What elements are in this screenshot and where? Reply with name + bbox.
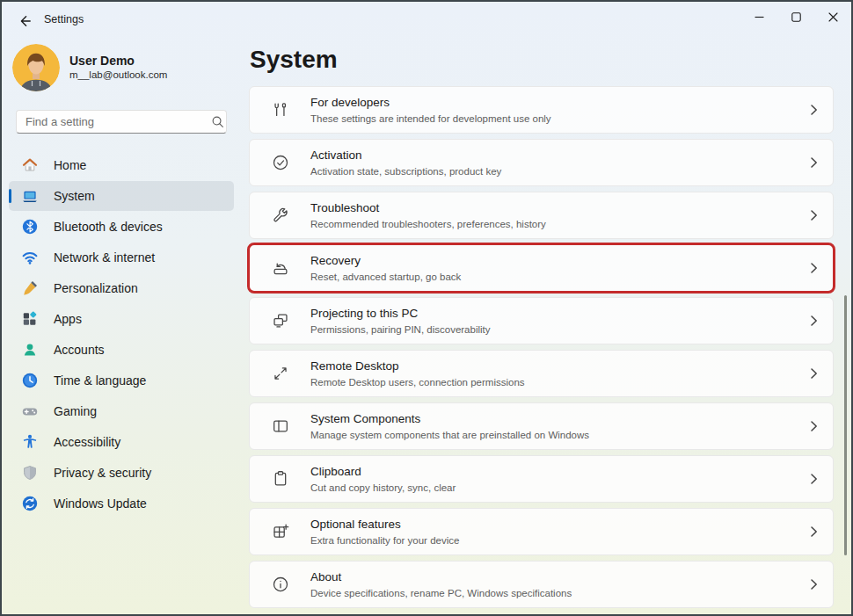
- maximize-icon: [787, 8, 805, 25]
- accounts-icon: [21, 341, 39, 359]
- search-box: [16, 110, 227, 134]
- settings-card-recovery[interactable]: Recovery Reset, advanced startup, go bac…: [249, 244, 834, 292]
- card-title: Projecting to this PC: [310, 307, 794, 321]
- search-icon: [208, 113, 226, 131]
- sidebar-item-system[interactable]: System: [9, 181, 234, 211]
- sidebar-item-label: Personalization: [54, 281, 138, 295]
- chevron-right-icon: [794, 470, 833, 488]
- sidebar-item-label: Privacy & security: [54, 466, 151, 480]
- user-profile[interactable]: User Demo m__lab@outlook.com: [2, 39, 241, 91]
- chevron-right-icon: [794, 576, 833, 593]
- minimize-icon: [750, 8, 768, 25]
- sidebar-item-label: Accessibility: [54, 435, 120, 449]
- sidebar-item-label: Accounts: [54, 343, 105, 357]
- scrollbar-thumb[interactable]: [844, 295, 847, 555]
- chevron-right-icon: [794, 312, 833, 330]
- user-email: m__lab@outlook.com: [69, 69, 167, 82]
- card-subtitle: Reset, advanced startup, go back: [310, 271, 794, 283]
- card-title: Activation: [310, 149, 794, 163]
- user-avatar: [12, 44, 60, 91]
- card-title: For developers: [310, 96, 794, 110]
- card-title: Optional features: [310, 518, 794, 532]
- sidebar-item-label: Network & internet: [54, 250, 155, 265]
- sidebar-nav: HomeSystemBluetooth & devicesNetwork & i…: [2, 150, 241, 518]
- card-title: Recovery: [310, 254, 794, 268]
- chevron-right-icon: [794, 207, 833, 224]
- card-subtitle: Activation state, subscriptions, product…: [310, 165, 794, 178]
- chevron-right-icon: [794, 365, 833, 382]
- settings-card-remote-desktop[interactable]: Remote Desktop Remote Desktop users, con…: [249, 350, 834, 397]
- user-info: User Demo m__lab@outlook.com: [69, 54, 167, 82]
- troubleshoot-icon: [250, 206, 310, 225]
- time-language-icon: [21, 372, 39, 389]
- chevron-right-icon: [794, 523, 833, 540]
- card-title: Troubleshoot: [310, 201, 794, 215]
- card-title: System Components: [310, 412, 794, 426]
- window-title: Settings: [44, 13, 84, 25]
- sidebar-item-label: Bluetooth & devices: [54, 220, 163, 234]
- settings-card-for-developers[interactable]: For developers These settings are intend…: [249, 86, 834, 134]
- chevron-right-icon: [794, 154, 833, 171]
- apps-icon: [21, 310, 39, 328]
- card-title: Remote Desktop: [310, 359, 794, 373]
- projecting-icon: [250, 311, 310, 330]
- card-subtitle: Cut and copy history, sync, clear: [310, 482, 794, 494]
- arrow-left-icon: [16, 12, 33, 30]
- network-icon: [21, 249, 39, 266]
- settings-card-optional-features[interactable]: Optional features Extra functionality fo…: [249, 508, 834, 555]
- maximize-button[interactable]: [777, 2, 814, 32]
- sidebar-item-accessibility[interactable]: Accessibility: [9, 427, 234, 457]
- remote-desktop-icon: [250, 364, 310, 383]
- sidebar-item-privacy-security[interactable]: Privacy & security: [9, 458, 234, 488]
- clipboard-icon: [250, 469, 310, 489]
- settings-card-projecting-to-this-pc[interactable]: Projecting to this PC Permissions, pairi…: [249, 297, 834, 344]
- sidebar-item-gaming[interactable]: Gaming: [9, 396, 234, 426]
- developers-icon: [250, 100, 310, 120]
- settings-card-clipboard[interactable]: Clipboard Cut and copy history, sync, cl…: [249, 455, 834, 503]
- settings-window: Settings User Demo: [0, 0, 853, 616]
- card-subtitle: Recommended troubleshooters, preferences…: [310, 218, 794, 230]
- sidebar-item-label: Windows Update: [54, 496, 147, 511]
- system-icon: [21, 187, 39, 205]
- page-title: System: [250, 46, 834, 74]
- sidebar-item-bluetooth-devices[interactable]: Bluetooth & devices: [9, 212, 234, 242]
- sidebar-item-label: Home: [54, 158, 86, 172]
- settings-card-troubleshoot[interactable]: Troubleshoot Recommended troubleshooters…: [249, 192, 834, 239]
- sidebar-item-windows-update[interactable]: Windows Update: [9, 489, 234, 518]
- gaming-icon: [21, 402, 39, 420]
- sidebar-item-home[interactable]: Home: [9, 150, 234, 180]
- home-icon: [21, 156, 39, 174]
- settings-card-system-components[interactable]: System Components Manage system componen…: [249, 402, 834, 450]
- sidebar-item-apps[interactable]: Apps: [9, 304, 234, 334]
- recovery-icon: [250, 258, 310, 278]
- chevron-right-icon: [794, 101, 833, 119]
- close-button[interactable]: [814, 2, 851, 32]
- sidebar-item-label: Apps: [54, 312, 82, 326]
- card-subtitle: Manage system components that are preins…: [310, 429, 794, 441]
- minimize-button[interactable]: [740, 2, 777, 32]
- user-name: User Demo: [69, 54, 167, 69]
- settings-card-activation[interactable]: Activation Activation state, subscriptio…: [249, 139, 834, 186]
- optional-features-icon: [250, 522, 310, 541]
- close-icon: [824, 8, 842, 25]
- window-controls: [740, 2, 851, 32]
- sidebar-item-personalization[interactable]: Personalization: [9, 273, 234, 303]
- card-title: About: [310, 570, 794, 584]
- about-icon: [250, 575, 310, 594]
- sidebar-item-time-language[interactable]: Time & language: [9, 366, 234, 395]
- windows-update-icon: [21, 495, 39, 512]
- bluetooth-icon: [21, 218, 39, 236]
- settings-card-about[interactable]: About Device specifications, rename PC, …: [249, 561, 834, 608]
- card-title: Clipboard: [310, 465, 794, 479]
- system-components-icon: [250, 417, 310, 436]
- personalization-icon: [21, 279, 39, 297]
- search-input[interactable]: [17, 115, 208, 128]
- main-content: System For developers These settings are…: [249, 39, 834, 614]
- sidebar-item-label: Gaming: [54, 404, 97, 418]
- card-subtitle: Extra functionality for your device: [310, 534, 794, 547]
- chevron-right-icon: [794, 259, 833, 277]
- sidebar-item-network-internet[interactable]: Network & internet: [9, 243, 234, 272]
- sidebar-item-accounts[interactable]: Accounts: [9, 335, 234, 365]
- back-button[interactable]: [11, 9, 39, 33]
- titlebar: Settings: [2, 2, 851, 40]
